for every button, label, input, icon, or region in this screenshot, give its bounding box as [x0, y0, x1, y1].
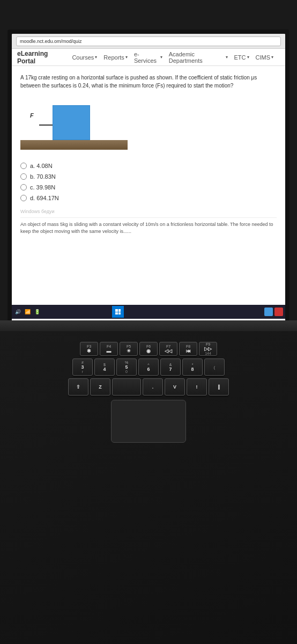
- number-row: # 3 r $ 4 % 5 0 ^ 6 & 7 *: [8, 358, 289, 376]
- option-b[interactable]: b. 70.83N: [20, 173, 277, 180]
- battery-icon: 🔋: [33, 308, 41, 316]
- key-3-top: #: [81, 361, 84, 364]
- function-key-row: F3 ✱ F4 ▬ F5 ☀ F6 ◉ F7 ◁◁ F8 ⏮: [8, 342, 289, 356]
- radio-b[interactable]: [20, 173, 27, 180]
- key-f7-icon: ◁◁: [165, 348, 172, 354]
- nav-courses[interactable]: Courses ▾: [72, 54, 97, 61]
- key-v[interactable]: V: [165, 378, 185, 396]
- key-z[interactable]: Z: [90, 378, 110, 396]
- ground-surface: [20, 140, 128, 150]
- key-5-bottom: 5: [125, 364, 128, 370]
- browser-chrome: moodle.nct.edu.om/mod/quiz: [12, 34, 285, 49]
- windows-logo-icon: [115, 309, 121, 314]
- key-pipe[interactable]: ‖: [209, 378, 229, 396]
- key-3-bottom: 3: [81, 364, 84, 370]
- key-7-bottom: 7: [169, 367, 172, 372]
- touchpad[interactable]: [111, 400, 186, 443]
- key-f9-icon: ▷▷: [204, 346, 212, 352]
- system-tray: [264, 308, 283, 316]
- key-8[interactable]: * 8: [182, 358, 203, 376]
- keyboard-area: F3 ✱ F4 ▬ F5 ☀ F6 ◉ F7 ◁◁ F8 ⏮: [0, 331, 297, 448]
- windows-taskbar: 🔊 📶 🔋: [12, 305, 285, 319]
- key-6[interactable]: ^ 6: [138, 358, 159, 376]
- key-f7[interactable]: F7 ◁◁: [159, 342, 177, 356]
- key-space[interactable]: [112, 378, 141, 396]
- nav-academic-label: Academic Departments: [169, 51, 225, 64]
- next-question-preview: An object of mass 5kg is sliding with a …: [20, 217, 277, 235]
- nav-academic[interactable]: Academic Departments ▾: [169, 51, 228, 64]
- nav-cims[interactable]: CIMS ▾: [256, 54, 274, 61]
- key-blank[interactable]: (: [204, 358, 225, 376]
- key-f9[interactable]: F9 ▷▷ 144: [199, 342, 217, 356]
- key-period-label: .: [152, 384, 154, 390]
- key-f5-top: F5: [127, 345, 131, 348]
- url-bar[interactable]: moodle.nct.edu.om/mod/quiz: [16, 36, 281, 46]
- key-5-top: %: [125, 361, 128, 364]
- option-a[interactable]: a. 4.08N: [20, 163, 277, 169]
- key-exclaim[interactable]: !: [187, 378, 207, 396]
- key-8-top: *: [192, 363, 194, 367]
- key-shift-left-label: ⇧: [76, 384, 80, 390]
- key-shift-left[interactable]: ⇧: [68, 378, 88, 396]
- option-d[interactable]: d. 694.17N: [20, 195, 277, 201]
- laptop-body: F3 ✱ F4 ▬ F5 ☀ F6 ◉ F7 ◁◁ F8 ⏮: [0, 331, 297, 644]
- nav-eservices-label: e-Services: [134, 51, 159, 64]
- nav-academic-arrow: ▾: [226, 55, 228, 60]
- tray-icon-2: [274, 308, 283, 316]
- answer-options: a. 4.08N b. 70.83N c. 39.98N d. 694.17N: [20, 163, 277, 201]
- crate-box: [53, 105, 90, 140]
- windows-watermark: Windows бедуи: [20, 209, 277, 214]
- key-f3[interactable]: F3 ✱: [80, 342, 98, 356]
- key-f4[interactable]: F4 ▬: [100, 342, 118, 356]
- bottom-key-row: ⇧ Z . V ! ‖: [8, 378, 289, 396]
- key-f5[interactable]: F5 ☀: [120, 342, 138, 356]
- nav-reports[interactable]: Reports ▾: [103, 54, 128, 61]
- nav-cims-label: CIMS: [256, 54, 271, 61]
- key-7[interactable]: & 7: [160, 358, 181, 376]
- key-4-bottom: 4: [103, 367, 106, 372]
- option-d-label: d. 694.17N: [30, 195, 59, 201]
- laptop-hinge: [0, 320, 297, 331]
- key-period[interactable]: .: [143, 378, 163, 396]
- nav-etc[interactable]: ETC ▾: [234, 54, 249, 61]
- option-b-label: b. 70.83N: [30, 173, 56, 180]
- key-z-label: Z: [99, 384, 102, 390]
- key-4[interactable]: $ 4: [94, 358, 115, 376]
- nav-eservices[interactable]: e-Services ▾: [134, 51, 162, 64]
- key-f6-icon: ◉: [146, 348, 151, 354]
- windows-start-button[interactable]: [112, 306, 124, 318]
- radio-c[interactable]: [20, 184, 27, 191]
- key-v-label: V: [173, 384, 176, 390]
- network-icon: 📶: [24, 308, 31, 316]
- key-f5-icon: ☀: [127, 348, 131, 354]
- option-c[interactable]: c. 39.98N: [20, 184, 277, 191]
- radio-d[interactable]: [20, 195, 27, 201]
- physics-diagram: F: [20, 96, 128, 155]
- key-f3-top: F3: [87, 345, 91, 348]
- question-text: A 17kg crate resting on a horizontal sur…: [20, 74, 277, 90]
- radio-a[interactable]: [20, 163, 27, 169]
- force-arrow: [39, 125, 54, 126]
- key-f8-top: F8: [186, 345, 190, 348]
- key-f4-icon: ▬: [107, 348, 112, 354]
- key-6-top: ^: [147, 363, 149, 367]
- key-4-top: $: [103, 363, 106, 367]
- key-f7-top: F7: [166, 345, 170, 348]
- navigation-bar: eLearning Portal Courses ▾ Reports ▾ e-S…: [12, 49, 285, 66]
- key-f8[interactable]: F8 ⏮: [179, 342, 197, 356]
- nav-reports-label: Reports: [103, 54, 124, 61]
- nav-courses-label: Courses: [72, 54, 94, 61]
- key-f6-top: F6: [146, 345, 151, 348]
- tray-icon-1: [264, 308, 273, 316]
- key-f4-top: F4: [107, 345, 111, 348]
- key-3[interactable]: # 3 r: [72, 358, 93, 376]
- key-f9-top: F9: [206, 342, 210, 346]
- force-label: F: [30, 112, 34, 119]
- speaker-icon: 🔊: [14, 308, 21, 316]
- url-text: moodle.nct.edu.om/mod/quiz: [20, 39, 82, 44]
- key-f6[interactable]: F6 ◉: [139, 342, 158, 356]
- key-pipe-label: ‖: [218, 384, 220, 390]
- key-7-top: &: [169, 363, 172, 367]
- key-f9-sub: 144: [205, 352, 211, 355]
- key-5[interactable]: % 5 0: [116, 358, 137, 376]
